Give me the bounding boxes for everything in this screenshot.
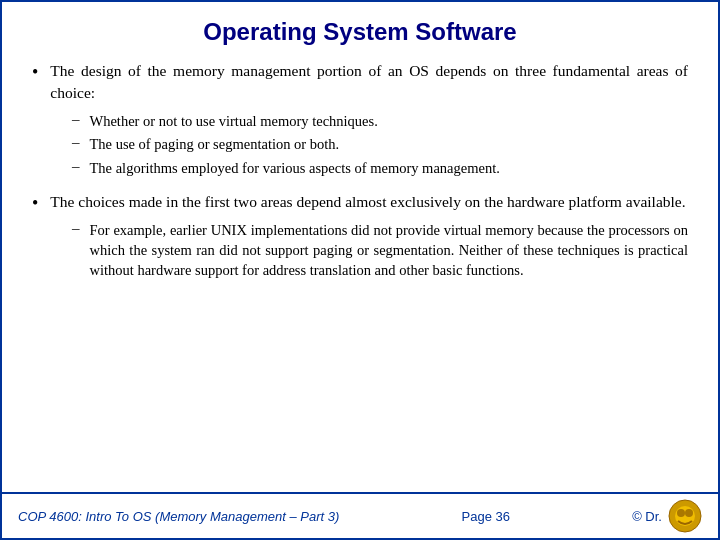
slide-footer: COP 4600: Intro To OS (Memory Management… bbox=[2, 492, 718, 538]
sub-text-1-2: The use of paging or segmentation or bot… bbox=[90, 134, 340, 154]
sub-text-2-1: For example, earlier UNIX implementation… bbox=[90, 220, 689, 281]
bullet-text-1: The design of the memory management port… bbox=[50, 60, 688, 105]
sub-item-1-2: – The use of paging or segmentation or b… bbox=[72, 134, 688, 154]
sub-item-1-3: – The algorithms employed for various as… bbox=[72, 158, 688, 178]
bullet-dot-2: • bbox=[32, 193, 38, 214]
svg-point-3 bbox=[685, 509, 693, 517]
footer-logo-icon bbox=[668, 499, 702, 533]
bullet-1: • The design of the memory management po… bbox=[32, 60, 688, 105]
sub-item-2-1: – For example, earlier UNIX implementati… bbox=[72, 220, 688, 281]
bullet-text-2: The choices made in the first two areas … bbox=[50, 191, 685, 213]
bullet-2: • The choices made in the first two area… bbox=[32, 191, 688, 214]
bullet-dot-1: • bbox=[32, 62, 38, 83]
slide-title: Operating System Software bbox=[2, 2, 718, 56]
footer-copyright: © Dr. bbox=[632, 509, 662, 524]
footer-right: © Dr. bbox=[632, 499, 702, 533]
sub-dash-2-1: – bbox=[72, 220, 80, 237]
sub-bullets-1: – Whether or not to use virtual memory t… bbox=[72, 111, 688, 181]
svg-point-2 bbox=[677, 509, 685, 517]
slide-content: • The design of the memory management po… bbox=[2, 56, 718, 492]
sub-dash-1-3: – bbox=[72, 158, 80, 175]
sub-item-1-1: – Whether or not to use virtual memory t… bbox=[72, 111, 688, 131]
footer-left: COP 4600: Intro To OS (Memory Management… bbox=[18, 509, 339, 524]
sub-bullets-2: – For example, earlier UNIX implementati… bbox=[72, 220, 688, 284]
sub-text-1-3: The algorithms employed for various aspe… bbox=[90, 158, 500, 178]
sub-dash-1-1: – bbox=[72, 111, 80, 128]
sub-text-1-1: Whether or not to use virtual memory tec… bbox=[90, 111, 378, 131]
footer-center: Page 36 bbox=[462, 509, 510, 524]
slide-container: Operating System Software • The design o… bbox=[0, 0, 720, 540]
sub-dash-1-2: – bbox=[72, 134, 80, 151]
